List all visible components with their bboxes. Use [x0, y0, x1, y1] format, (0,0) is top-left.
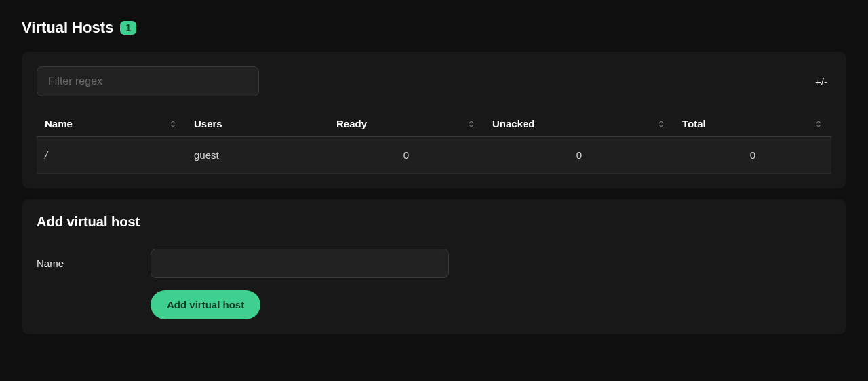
column-header-total-label: Total: [682, 118, 706, 129]
column-header-name-label: Name: [45, 118, 73, 129]
form-row-name: Name: [37, 249, 831, 278]
cell-total: 0: [674, 137, 831, 174]
cell-ready: 0: [328, 137, 484, 174]
filter-row: +/-: [37, 66, 831, 96]
column-header-total[interactable]: Total: [674, 111, 831, 137]
column-header-name[interactable]: Name: [37, 111, 186, 137]
page-title: Virtual Hosts: [22, 19, 113, 37]
table-columns-toggle[interactable]: +/-: [815, 76, 827, 87]
count-badge: 1: [120, 21, 136, 35]
name-label: Name: [37, 258, 137, 269]
add-virtual-host-card: Add virtual host Name Add virtual host: [22, 199, 846, 334]
column-header-users: Users: [186, 111, 328, 137]
sort-icon: [168, 119, 178, 129]
filter-input[interactable]: [37, 66, 259, 96]
sort-icon: [656, 119, 666, 129]
virtual-hosts-table-card: +/- Name Users Ready: [22, 52, 846, 188]
column-header-ready-label: Ready: [336, 118, 367, 129]
column-header-unacked-label: Unacked: [492, 118, 535, 129]
virtual-hosts-table: Name Users Ready Unacked: [37, 111, 831, 174]
cell-users: guest: [186, 137, 328, 174]
cell-unacked: 0: [484, 137, 674, 174]
sort-icon: [814, 119, 823, 129]
sort-icon: [467, 119, 476, 129]
column-header-unacked[interactable]: Unacked: [484, 111, 674, 137]
button-row: Add virtual host: [37, 290, 831, 319]
table-header-row: Name Users Ready Unacked: [37, 111, 831, 137]
cell-name[interactable]: /: [37, 137, 186, 174]
column-header-ready[interactable]: Ready: [328, 111, 484, 137]
name-input[interactable]: [151, 249, 449, 278]
table-row[interactable]: / guest 0 0 0: [37, 137, 831, 174]
column-header-users-label: Users: [194, 118, 222, 129]
add-form-title: Add virtual host: [37, 214, 831, 230]
page-header: Virtual Hosts 1: [22, 19, 846, 37]
add-virtual-host-button[interactable]: Add virtual host: [151, 290, 260, 319]
